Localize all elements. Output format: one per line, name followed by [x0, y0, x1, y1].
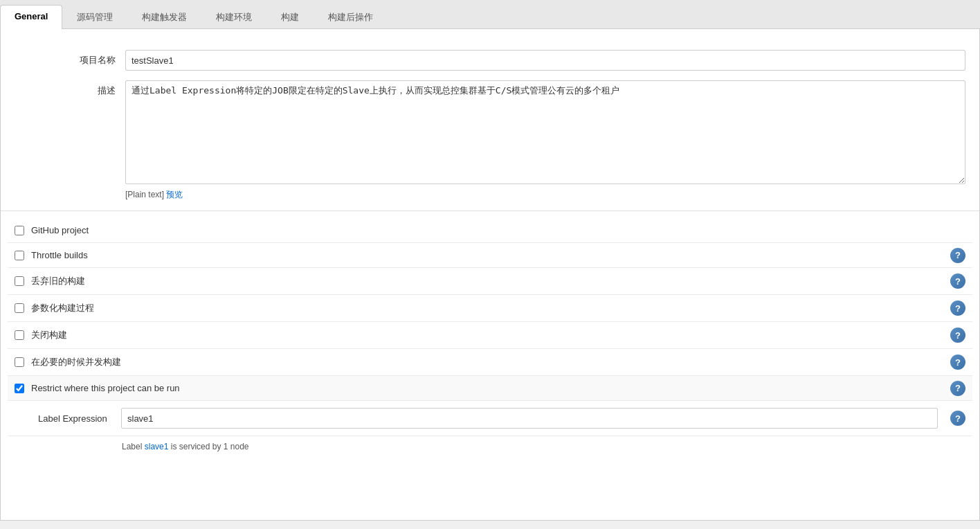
project-name-control [125, 50, 965, 71]
throttle-builds-label: Throttle builds [31, 250, 965, 260]
project-name-row: 项目名称 [15, 50, 965, 71]
throttle-builds-checkbox[interactable] [15, 251, 24, 260]
checkbox-row-github: GitHub project [8, 218, 972, 243]
disable-build-help-icon[interactable]: ? [950, 328, 965, 343]
label-expression-label: Label Expression [38, 413, 121, 424]
disable-build-checkbox[interactable] [15, 330, 24, 340]
form-section: 项目名称 描述 通过Label Expression将特定的JOB限定在特定的S… [1, 50, 979, 201]
label-node-suffix: is serviced by 1 node [171, 442, 249, 451]
parameterize-label: 参数化构建过程 [31, 302, 965, 314]
description-label: 描述 [15, 80, 125, 97]
checkbox-row-throttle: Throttle builds ? [8, 243, 972, 268]
tab-general[interactable]: General [0, 5, 62, 29]
discard-old-help-icon[interactable]: ? [950, 274, 965, 289]
checkbox-row-restrict: Restrict where this project can be run ? [8, 376, 972, 401]
label-expression-help-icon[interactable]: ? [950, 411, 965, 426]
tab-scm[interactable]: 源码管理 [62, 5, 127, 29]
section-divider [1, 210, 979, 211]
parameterize-help-icon[interactable]: ? [950, 301, 965, 316]
parameterize-checkbox[interactable] [15, 303, 24, 313]
page-container: General 源码管理 构建触发器 构建环境 构建 构建后操作 项目名称 描述… [0, 0, 980, 529]
tab-triggers[interactable]: 构建触发器 [127, 5, 201, 29]
description-row: 描述 通过Label Expression将特定的JOB限定在特定的Slave上… [15, 80, 965, 201]
preview-link[interactable]: 预览 [166, 190, 183, 199]
tab-build[interactable]: 构建 [266, 5, 314, 29]
restrict-where-help-icon[interactable]: ? [950, 381, 965, 396]
github-project-label: GitHub project [31, 225, 965, 235]
restrict-where-label: Restrict where this project can be run [31, 383, 965, 393]
plain-text-hint: [Plain text] 预览 [125, 189, 965, 201]
concurrent-build-checkbox[interactable] [15, 357, 24, 367]
disable-build-label: 关闭构建 [31, 329, 965, 341]
throttle-builds-help-icon[interactable]: ? [950, 248, 965, 263]
plain-text-prefix: [Plain text] [125, 190, 164, 199]
checkbox-row-parameterize: 参数化构建过程 ? [8, 295, 972, 322]
tab-bar: General 源码管理 构建触发器 构建环境 构建 构建后操作 [0, 0, 980, 29]
project-name-input[interactable] [125, 50, 965, 71]
checkbox-row-disable: 关闭构建 ? [8, 322, 972, 349]
label-expression-input[interactable] [121, 408, 938, 429]
tab-env[interactable]: 构建环境 [201, 5, 266, 29]
discard-old-checkbox[interactable] [15, 276, 24, 286]
label-node-text: Label [122, 442, 142, 451]
checkbox-row-concurrent: 在必要的时候并发构建 ? [8, 349, 972, 376]
label-node-link[interactable]: slave1 [145, 442, 169, 451]
description-textarea[interactable]: 通过Label Expression将特定的JOB限定在特定的Slave上执行，… [125, 80, 965, 184]
checkbox-row-discard: 丢弃旧的构建 ? [8, 268, 972, 295]
discard-old-label: 丢弃旧的构建 [31, 275, 965, 287]
label-expression-row: Label Expression ? [8, 401, 972, 436]
description-control: 通过Label Expression将特定的JOB限定在特定的Slave上执行，… [125, 80, 965, 201]
concurrent-build-help-icon[interactable]: ? [950, 355, 965, 370]
restrict-where-checkbox[interactable] [15, 384, 24, 393]
concurrent-build-label: 在必要的时候并发构建 [31, 356, 965, 368]
label-node-info: Label slave1 is serviced by 1 node [8, 436, 972, 457]
checkbox-section: GitHub project Throttle builds ? 丢弃旧的构建 … [1, 218, 979, 457]
content-area: 项目名称 描述 通过Label Expression将特定的JOB限定在特定的S… [0, 29, 980, 521]
tab-post[interactable]: 构建后操作 [314, 5, 388, 29]
project-name-label: 项目名称 [15, 50, 125, 66]
github-project-checkbox[interactable] [15, 226, 24, 235]
